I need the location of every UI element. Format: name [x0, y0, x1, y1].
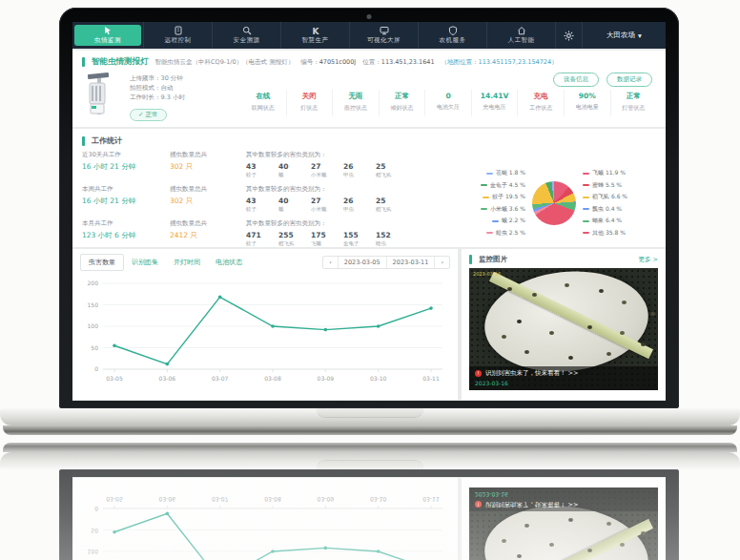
- work-stat-row: 本周共工作16 小时 21 分钟捕虫数量总共302 只其中数量较多的害虫类别为：…: [82, 185, 442, 213]
- status-value: 90%: [565, 92, 610, 100]
- top-pest-item: 155金龟子: [343, 231, 376, 247]
- farm-selector-dropdown[interactable]: 大田农场 ▾: [582, 22, 666, 49]
- top-pest-count: 155: [343, 231, 376, 239]
- alert-message-link: 识别到害虫来了，快来看看！ >>: [485, 500, 578, 508]
- top-pest-name: 蚊子: [246, 240, 278, 247]
- device-position: 位置：113.451,23.1641: [362, 58, 434, 67]
- laptop-bezel: 虫情监测 远程控制安全溯源K智慧生产可视化大屏农机服务人工智能 大田农场 ▾: [59, 8, 679, 408]
- svg-text:03-10: 03-10: [370, 496, 387, 503]
- svg-text:50: 50: [91, 528, 98, 534]
- nav-tab-production[interactable]: K智慧生产: [280, 22, 349, 49]
- data-record-button[interactable]: 数据记录: [606, 73, 652, 87]
- chart-tab-4[interactable]: 电池状态: [208, 255, 250, 270]
- svg-text:100: 100: [88, 549, 99, 555]
- stat-top-label: 其中数量较多的害虫类别为：: [246, 185, 442, 194]
- line-chart: 05010015020003-0503-0603-0703-0803-0903-…: [72, 484, 458, 560]
- status-label: 联网状态: [240, 104, 286, 113]
- monitor-photo[interactable]: 2023-03-16 ! 识别到害虫来了，快来看看！ >> 2023-03-16: [469, 268, 658, 390]
- status-灯管状态: 正常灯管状态: [610, 90, 657, 116]
- status-value: 正常: [611, 92, 657, 101]
- chart-tab-1[interactable]: 虫害数量: [80, 254, 124, 271]
- stat-period-label: 近30天共工作: [82, 151, 170, 159]
- top-pest-item: 175飞蛾: [311, 231, 343, 247]
- pie-color-dash: [583, 208, 589, 210]
- svg-text:100: 100: [88, 322, 99, 329]
- nav-tab-ai[interactable]: 人工智能: [486, 22, 555, 49]
- section-marker: [82, 136, 85, 146]
- webcam-dot: [367, 14, 372, 19]
- pie-label-蚊子: 蚊子 19.5 %: [483, 193, 525, 201]
- nav-tab-service[interactable]: 农机服务: [418, 22, 486, 49]
- alert-message-link[interactable]: 识别到害虫来了，快来看看！ >>: [485, 369, 578, 378]
- top-pest-name: 蛾: [278, 172, 311, 178]
- device-map-position-link[interactable]: （地图位置：113.451157,23.154724）: [442, 58, 558, 67]
- pie-label-text: 其他 35.8 %: [592, 229, 626, 238]
- trap-dish: [480, 498, 653, 560]
- svg-text:03-08: 03-08: [264, 496, 281, 503]
- stat-period: 本月共工作123 小时 6 分钟: [82, 219, 170, 247]
- pie-color-dash: [486, 173, 493, 175]
- stat-period: 本周共工作16 小时 21 分钟: [82, 185, 170, 213]
- stat-period-label: 本周共工作: [82, 185, 170, 194]
- device-info-line: 上传频率：30 分钟: [130, 73, 240, 83]
- top-pest-item: 25稻飞虱: [376, 197, 408, 213]
- nav-tab-trace[interactable]: 安全溯源: [212, 22, 280, 49]
- status-value: 无雨: [333, 92, 379, 101]
- top-pest-item: 40蛾: [278, 197, 311, 213]
- alert-icon: !: [475, 370, 482, 377]
- monitor-date: 2023-03-16: [475, 491, 652, 498]
- device-status-area: 设备信息 数据记录 在线联网状态关闭灯状态无雨雨控状态正常倾斜状态0电池欠压14…: [240, 72, 656, 121]
- nav-tab-label: 人工智能: [508, 36, 535, 45]
- top-pest-item: 43蚊子: [246, 162, 278, 178]
- pie-label-稻飞虱: 稻飞虱 6.6 %: [583, 193, 627, 201]
- top-pest-count: 25: [376, 197, 408, 205]
- date-next-button[interactable]: ›: [434, 257, 449, 268]
- monitor-more-link[interactable]: 更多 >: [638, 256, 658, 264]
- pie-label-其他: 其他 35.8 %: [583, 229, 626, 238]
- status-label: 光电电压: [472, 103, 518, 112]
- nav-tab-active-monitoring[interactable]: 虫情监测: [74, 25, 141, 46]
- status-label: 倾斜状态: [380, 104, 425, 113]
- laptop: 虫情监测 远程控制安全溯源K智慧生产可视化大屏农机服务人工智能 大田农场 ▾: [0, 8, 740, 435]
- svg-text:03-11: 03-11: [422, 375, 440, 382]
- date-prev-button[interactable]: ‹: [323, 257, 338, 268]
- chart-tab-3[interactable]: 开灯时间: [166, 255, 208, 270]
- svg-text:03-09: 03-09: [318, 496, 335, 503]
- svg-text:03-07: 03-07: [212, 496, 229, 503]
- work-stats-body: 近30天共工作16 小时 21 分钟捕虫数量总共302 只其中数量较多的害虫类别…: [72, 149, 666, 254]
- pie-disc: [532, 181, 576, 225]
- device-info-lines: 上传频率：30 分钟 拍照模式：自动 工作时长：9.3 小时 ✓ 正常: [118, 72, 240, 121]
- status-联网状态: 在线联网状态: [240, 90, 286, 116]
- pie-label-text: 蚊子 19.5 %: [492, 193, 525, 201]
- top-pest-item: 471蚊子: [246, 231, 278, 247]
- status-光电电压: 14.41V光电电压: [471, 90, 518, 116]
- top-pest-count: 27: [311, 197, 343, 205]
- status-row: 在线联网状态关闭灯状态无雨雨控状态正常倾斜状态0电池欠压14.41V光电电压充电…: [240, 90, 656, 116]
- settings-button[interactable]: [555, 22, 582, 49]
- chart-tab-2[interactable]: 识别图集: [124, 255, 166, 270]
- nav-tab-bigscreen[interactable]: 可视化大屏: [349, 22, 418, 49]
- stat-catch: 捕虫数量总共2412 只: [170, 219, 246, 247]
- nav-tab-label: 安全溯源: [234, 36, 260, 45]
- top-pests-row: 43蚊子40蛾27小米蛾26甲虫25稻飞虱: [246, 197, 442, 213]
- top-pest-name: 蚊子: [246, 172, 278, 178]
- top-pest-item: 26甲虫: [343, 197, 376, 213]
- pie-legend-left: 苍蝇 1.8 %金龟子 4.5 %蚊子 19.5 %小米蛾 3.6 %蛾 2.2…: [481, 169, 525, 238]
- top-pest-name: 蛾: [278, 206, 311, 213]
- ruler-strip: [489, 519, 653, 560]
- date-to-field[interactable]: 2023-03-11: [386, 257, 435, 268]
- work-stats-title: 工作统计: [92, 135, 122, 146]
- svg-text:03-06: 03-06: [159, 496, 176, 503]
- dashboard-screen: 虫情监测 远程控制安全溯源K智慧生产可视化大屏农机服务人工智能 大田农场 ▾: [72, 477, 666, 560]
- top-pest-name: 稻飞虱: [278, 240, 311, 247]
- laptop-base: [0, 452, 740, 469]
- nav-tab-remote[interactable]: 远程控制: [143, 22, 212, 49]
- date-from-field[interactable]: 2023-03-05: [338, 257, 386, 268]
- status-label: 灯状态: [287, 104, 333, 113]
- top-pest-name: 蝗虫: [376, 240, 408, 247]
- work-stat-row: 本月共工作123 小时 6 分钟捕虫数量总共2412 只其中数量较多的害虫类别为…: [82, 219, 442, 247]
- k-logo-icon: K: [311, 26, 320, 35]
- monitor-card: 监控图片 更多 > 2023-03-16 ! 识别到害虫来了，快来看看！ >>: [462, 478, 666, 560]
- device-info-button[interactable]: 设备信息: [553, 73, 599, 87]
- laptop-base: [0, 408, 740, 425]
